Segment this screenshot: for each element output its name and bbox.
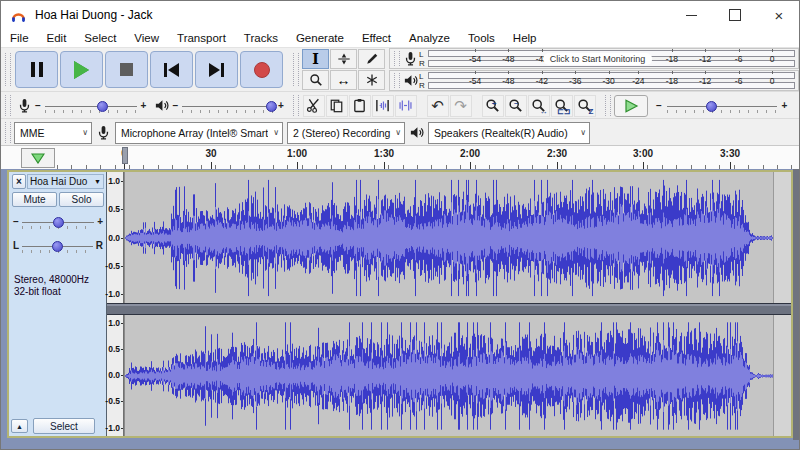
waveform-area-channel-1[interactable] [124, 172, 791, 303]
trim-audio-button[interactable] [372, 95, 394, 117]
slider-knob[interactable] [266, 101, 277, 112]
select-track-button[interactable]: Select [33, 418, 95, 434]
slider-knob[interactable] [706, 101, 717, 112]
monitor-text[interactable]: Click to Start Monitoring [543, 53, 653, 65]
time-shift-tool-button[interactable]: ↔ [330, 70, 357, 90]
playback-meter[interactable]: LR -54-48-42-36-30-24-18-12-60 [389, 70, 799, 91]
silence-audio-button[interactable] [395, 95, 417, 117]
timeline-quickplay-button[interactable] [21, 148, 55, 168]
menu-help[interactable]: Help [504, 29, 546, 47]
waveform-area-channel-2[interactable] [124, 315, 791, 436]
toolbar-grip[interactable] [394, 73, 400, 88]
vertical-ruler-channel-1[interactable]: 1.00.50.0-0.5-1.0 [107, 172, 124, 303]
track-canvas[interactable]: × Hoa Hai Duo ▼ Mute Solo – + L [1, 169, 800, 450]
skip-to-end-button[interactable] [195, 51, 238, 88]
multi-tool-button[interactable] [358, 70, 385, 90]
zoom-selection-button[interactable]: ↔ [528, 95, 550, 117]
timeline-ruler[interactable]: 0301:001:302:002:303:003:304:00 [1, 145, 800, 170]
menu-tools[interactable]: Tools [459, 29, 504, 47]
audio-host-value: MME [20, 127, 45, 139]
zoom-project-button[interactable]: ⊏⊐ [551, 95, 573, 117]
menu-edit[interactable]: Edit [38, 29, 76, 47]
play-speed-slider[interactable] [667, 99, 777, 113]
envelope-tool-button[interactable] [330, 49, 357, 69]
undo-button[interactable]: ↶ [427, 95, 449, 117]
audio-host-select[interactable]: MME ∨ [14, 122, 92, 144]
pause-button[interactable] [15, 51, 58, 88]
ruler-major-tick [643, 162, 644, 169]
solo-button[interactable]: Solo [59, 192, 104, 207]
pan-left-label: L [13, 241, 19, 251]
pan-slider[interactable] [22, 239, 93, 253]
cut-button[interactable] [303, 95, 325, 117]
cut-icon [306, 98, 321, 113]
speaker-icon [409, 125, 424, 140]
zoom-in-button[interactable]: + [482, 95, 504, 117]
meter-channel-labels: LR [419, 50, 425, 68]
menu-tracks[interactable]: Tracks [235, 29, 287, 47]
audio-clip-channel-1[interactable] [124, 172, 774, 303]
paste-button[interactable] [349, 95, 371, 117]
mute-button[interactable]: Mute [12, 192, 57, 207]
chevron-down-icon: ∨ [576, 128, 586, 137]
toolbar-grip[interactable] [293, 95, 299, 116]
speaker-icon [154, 98, 169, 113]
meter-tick [705, 49, 706, 52]
record-button[interactable] [240, 51, 283, 88]
copy-button[interactable] [326, 95, 348, 117]
play-at-speed-button[interactable] [614, 95, 648, 117]
track-title-button[interactable]: Hoa Hai Duo ▼ [27, 174, 104, 189]
waveform-channel-2[interactable] [125, 315, 773, 436]
vertical-ruler-channel-2[interactable]: 1.00.50.0-0.5-1.0 [107, 315, 124, 436]
meter-scale-label: 0 [770, 76, 775, 86]
draw-tool-button[interactable] [358, 49, 385, 69]
zoom-tool-button[interactable] [302, 70, 329, 90]
stop-button[interactable] [105, 51, 148, 88]
close-button[interactable]: × [757, 1, 800, 29]
maximize-button[interactable] [713, 1, 757, 29]
ruler-time-label: 3:00 [633, 148, 653, 159]
playhead-cursor[interactable] [122, 147, 128, 164]
meter-scale-label: -54 [469, 54, 481, 64]
skip-to-start-button[interactable] [150, 51, 193, 88]
recording-device-select[interactable]: Microphone Array (Intel® Smart ∨ [115, 122, 283, 144]
redo-button[interactable]: ↷ [450, 95, 472, 117]
toolbar-grip[interactable] [605, 95, 611, 116]
playback-device-select[interactable]: Speakers (Realtek(R) Audio) ∨ [428, 122, 590, 144]
toolbar-grip[interactable] [5, 122, 11, 143]
minimize-button[interactable] [669, 1, 713, 29]
vertical-scrollbar[interactable] [793, 169, 800, 440]
meter-scale-label: -54 [469, 76, 481, 86]
slider-knob[interactable] [53, 217, 64, 228]
toolbar-grip[interactable] [5, 53, 11, 87]
menu-select[interactable]: Select [75, 29, 125, 47]
recording-channels-select[interactable]: 2 (Stereo) Recording ∨ [287, 122, 405, 144]
menu-view[interactable]: View [125, 29, 168, 47]
zoom-toggle-button[interactable]: Z [574, 95, 596, 117]
track-close-button[interactable]: × [12, 174, 26, 189]
menu-transport[interactable]: Transport [168, 29, 235, 47]
toolbar-grip[interactable] [293, 53, 299, 87]
slider-knob[interactable] [97, 101, 108, 112]
recording-volume-slider[interactable] [45, 99, 137, 113]
recording-meter[interactable]: LR Click to Start Monitoring -54-48-42-1… [389, 48, 799, 69]
playback-volume-slider[interactable] [182, 99, 274, 113]
menu-analyze[interactable]: Analyze [400, 29, 459, 47]
play-button[interactable] [60, 51, 103, 88]
zoom-out-button[interactable]: – [505, 95, 527, 117]
toolbar-grip[interactable] [394, 51, 400, 66]
ruler-major-tick [557, 162, 558, 169]
menu-generate[interactable]: Generate [287, 29, 353, 47]
channel-divider[interactable] [107, 303, 791, 315]
menu-file[interactable]: File [1, 29, 38, 47]
selection-tool-button[interactable]: I [302, 49, 329, 69]
toolbar-grip[interactable] [5, 95, 11, 116]
audio-clip-channel-2[interactable] [124, 315, 774, 436]
meter-scale-label: -48 [502, 76, 514, 86]
collapse-track-button[interactable]: ▲ [11, 419, 28, 433]
waveform-channel-1[interactable] [125, 172, 773, 303]
zoom-tool-icon [309, 73, 323, 87]
gain-slider[interactable] [22, 215, 95, 229]
menu-effect[interactable]: Effect [353, 29, 400, 47]
meter-scale-label: 0 [770, 54, 775, 64]
